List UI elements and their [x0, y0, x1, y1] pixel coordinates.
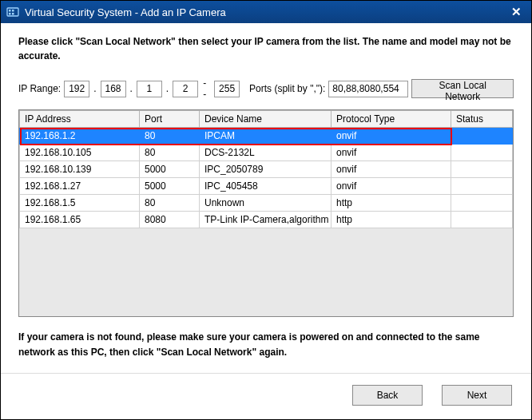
cell-protocol: http [332, 212, 451, 228]
cell-device: IPCAM [200, 128, 332, 145]
next-button[interactable]: Next [442, 385, 512, 406]
footer-note: If your camera is not found, please make… [18, 330, 514, 360]
cell-port: 80 [140, 145, 200, 161]
ports-label: Ports (split by ","): [249, 83, 325, 94]
col-protocol[interactable]: Protocol Type [332, 111, 451, 128]
table-row[interactable]: 192.168.1.275000IPC_405458onvif [20, 178, 513, 195]
col-device[interactable]: Device Name [200, 111, 332, 128]
cell-status [451, 212, 513, 228]
svg-rect-3 [9, 13, 11, 15]
cell-status [451, 178, 513, 195]
svg-rect-1 [9, 10, 11, 12]
cell-device: IPC_405458 [200, 178, 332, 195]
ip-octet-4[interactable] [173, 81, 198, 97]
instruction-text: Please click "Scan Local Network" then s… [18, 34, 514, 63]
close-icon[interactable]: ✕ [506, 5, 526, 19]
titlebar: Virtual Security System - Add an IP Came… [1, 1, 531, 23]
ip-octet-to[interactable] [214, 81, 240, 97]
table-row[interactable]: 192.168.1.580Unknownhttp [20, 195, 513, 212]
window-title: Virtual Security System - Add an IP Came… [25, 6, 226, 18]
dash-separator: -- [201, 77, 211, 100]
cell-ip: 192.168.1.27 [20, 178, 140, 195]
cell-protocol: onvif [332, 161, 451, 178]
table-row[interactable]: 192.168.10.10580DCS-2132Lonvif [20, 145, 513, 161]
svg-rect-2 [12, 10, 14, 12]
cell-device: IPC_2050789 [200, 161, 332, 178]
cell-device: Unknown [200, 195, 332, 212]
cell-status [451, 195, 513, 212]
app-icon [6, 5, 20, 19]
cell-port: 5000 [140, 178, 200, 195]
nav-button-row: Back Next [1, 373, 531, 406]
cell-ip: 192.168.10.139 [20, 161, 140, 178]
cell-ip: 192.168.1.5 [20, 195, 140, 212]
ip-octet-1[interactable] [64, 81, 89, 97]
cell-port: 80 [140, 195, 200, 212]
cell-status [451, 161, 513, 178]
cell-device: TP-Link IP-Camera,algorithm [200, 212, 332, 228]
col-ip[interactable]: IP Address [20, 111, 140, 128]
cell-ip: 192.168.1.65 [20, 212, 140, 228]
cell-port: 80 [140, 128, 200, 145]
ip-octet-2[interactable] [101, 81, 126, 97]
cell-protocol: http [332, 195, 451, 212]
ip-range-row: IP Range: . . . -- Ports (split by ","):… [18, 77, 514, 100]
camera-table: IP Address Port Device Name Protocol Typ… [18, 109, 514, 317]
table-row[interactable]: 192.168.1.280IPCAMonvif [20, 128, 513, 145]
cell-protocol: onvif [332, 145, 451, 161]
cell-protocol: onvif [332, 128, 451, 145]
scan-local-network-button[interactable]: Scan Local Network [411, 79, 514, 98]
cell-status [451, 128, 513, 145]
ports-input[interactable] [328, 81, 408, 97]
cell-ip: 192.168.1.2 [20, 128, 140, 145]
col-port[interactable]: Port [140, 111, 200, 128]
svg-rect-4 [12, 13, 14, 15]
ip-range-label: IP Range: [18, 83, 61, 94]
table-row[interactable]: 192.168.1.658080TP-Link IP-Camera,algori… [20, 212, 513, 228]
cell-port: 8080 [140, 212, 200, 228]
cell-port: 5000 [140, 161, 200, 178]
table-header-row: IP Address Port Device Name Protocol Typ… [20, 111, 513, 128]
cell-device: DCS-2132L [200, 145, 332, 161]
dot-separator: . [93, 83, 97, 94]
dot-separator: . [165, 83, 169, 94]
back-button[interactable]: Back [352, 385, 423, 406]
dot-separator: . [129, 83, 133, 94]
table-row[interactable]: 192.168.10.1395000IPC_2050789onvif [20, 161, 513, 178]
ip-octet-3[interactable] [137, 81, 162, 97]
col-status[interactable]: Status [451, 111, 513, 128]
cell-status [451, 145, 513, 161]
cell-protocol: onvif [332, 178, 451, 195]
cell-ip: 192.168.10.105 [20, 145, 140, 161]
